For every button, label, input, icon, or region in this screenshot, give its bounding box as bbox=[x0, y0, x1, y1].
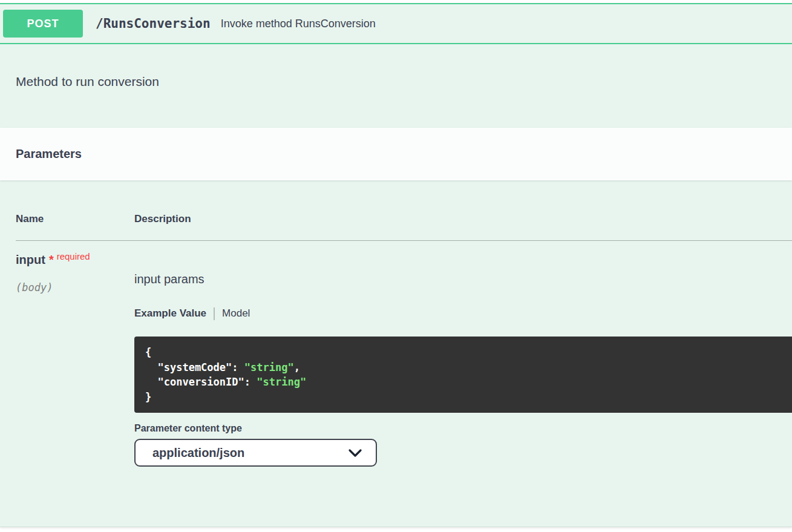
endpoint-summary: Invoke method RunsConversion bbox=[221, 18, 376, 30]
content-type-label: Parameter content type bbox=[134, 423, 792, 434]
parameter-description-cell: input params Example Value Model { "syst… bbox=[134, 253, 792, 467]
tab-divider bbox=[214, 307, 215, 320]
example-model-tabs: Example Value Model bbox=[134, 306, 792, 321]
endpoint-description-text: Method to run conversion bbox=[16, 74, 792, 89]
column-header-name: Name bbox=[16, 213, 134, 225]
json-key-conversionid: "conversionID" bbox=[145, 376, 244, 388]
example-value-json: { "systemCode": "string", "conversionID"… bbox=[134, 337, 792, 413]
required-asterisk: * bbox=[49, 253, 54, 266]
tab-model[interactable]: Model bbox=[222, 307, 250, 320]
parameter-row: input*required (body) input params Examp… bbox=[16, 241, 792, 467]
parameters-table-header: Name Description bbox=[16, 180, 792, 241]
column-header-description: Description bbox=[134, 213, 792, 225]
json-value-string-2: "string" bbox=[257, 376, 306, 388]
content-type-select[interactable]: application/json bbox=[134, 439, 377, 467]
parameter-name-line: input*required bbox=[16, 253, 134, 267]
json-open-brace: { bbox=[145, 346, 151, 358]
json-colon: : bbox=[232, 361, 244, 373]
parameter-description: input params bbox=[134, 271, 792, 287]
parameters-section-body: Name Description input*required (body) i… bbox=[0, 180, 792, 467]
parameter-name-cell: input*required (body) bbox=[16, 253, 134, 467]
endpoint-description: Method to run conversion bbox=[0, 44, 792, 128]
json-value-string-1: "string" bbox=[244, 361, 294, 373]
json-comma: , bbox=[294, 361, 300, 373]
json-key-systemcode: "systemCode" bbox=[145, 361, 232, 373]
endpoint-path[interactable]: /RunsConversion bbox=[96, 16, 211, 31]
content-type-select-wrapper: application/json bbox=[134, 439, 377, 467]
parameters-title: Parameters bbox=[16, 147, 82, 161]
operation-block-post: POST /RunsConversion Invoke method RunsC… bbox=[0, 3, 792, 527]
http-method-badge: POST bbox=[3, 10, 83, 38]
parameter-name: input bbox=[16, 253, 45, 266]
required-label: required bbox=[57, 251, 90, 261]
parameters-section-header: Parameters bbox=[0, 128, 792, 180]
parameter-location: (body) bbox=[16, 281, 134, 294]
endpoint-header[interactable]: POST /RunsConversion Invoke method RunsC… bbox=[0, 4, 792, 44]
json-colon: : bbox=[244, 376, 257, 388]
json-close-brace: } bbox=[145, 391, 151, 403]
tab-example-value[interactable]: Example Value bbox=[134, 307, 206, 320]
